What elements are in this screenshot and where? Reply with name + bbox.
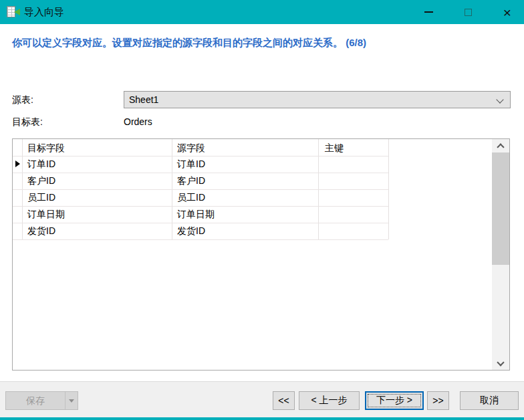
source-table-select[interactable]: Sheet1 (124, 91, 511, 108)
close-button[interactable]: × (491, 0, 524, 24)
table-row[interactable]: 订单ID 订单ID (13, 156, 388, 173)
source-table-value: Sheet1 (129, 94, 158, 105)
target-field-cell[interactable]: 发货ID (27, 223, 55, 239)
column-header-primary-key: 主键 (325, 139, 344, 156)
import-wizard-dialog: 导入向导 × 你可以定义字段对应。设置对应指定的源字段和目的字段之间的对应关系。… (0, 0, 524, 420)
grid-column-line (388, 139, 389, 239)
source-field-cell[interactable]: 订单ID (177, 156, 205, 173)
step-indicator: (6/8) (346, 37, 366, 48)
window-bottom-border (0, 417, 524, 420)
next-step-button[interactable]: 下一步 > (365, 391, 424, 410)
column-header-target-field: 目标字段 (27, 139, 65, 156)
source-field-cell[interactable]: 员工ID (177, 189, 205, 206)
target-field-cell[interactable]: 订单ID (27, 156, 55, 173)
grid-row-line (13, 239, 388, 240)
wizard-instruction: 你可以定义字段对应。设置对应指定的源字段和目的字段之间的对应关系。 (6/8) (12, 36, 510, 49)
previous-step-button[interactable]: < 上一步 (299, 391, 360, 410)
split-divider (65, 392, 66, 409)
minimize-icon (424, 11, 433, 13)
column-header-source-field: 源字段 (177, 139, 205, 156)
target-field-cell[interactable]: 员工ID (27, 189, 55, 206)
target-field-cell[interactable]: 订单日期 (27, 206, 65, 223)
maximize-icon (465, 9, 472, 16)
maximize-button[interactable] (451, 0, 485, 24)
chevron-up-icon (497, 143, 504, 150)
minimize-button[interactable] (412, 0, 445, 24)
table-row[interactable]: 客户ID 客户ID (13, 173, 388, 189)
last-step-button[interactable]: >> (427, 391, 449, 410)
table-row[interactable]: 发货ID 发货ID (13, 223, 388, 239)
title-bar: 导入向导 × (0, 0, 524, 24)
vertical-scrollbar[interactable] (492, 139, 509, 370)
window-title: 导入向导 (24, 0, 64, 24)
scrollbar-thumb[interactable] (492, 152, 509, 265)
source-field-cell[interactable]: 客户ID (177, 173, 205, 189)
source-field-cell[interactable]: 订单日期 (177, 206, 215, 223)
import-spreadsheet-icon (7, 6, 20, 18)
instruction-text: 你可以定义字段对应。设置对应指定的源字段和目的字段之间的对应关系。 (12, 37, 343, 48)
first-step-button[interactable]: << (273, 391, 295, 410)
table-row[interactable]: 员工ID 员工ID (13, 189, 388, 206)
table-row[interactable]: 订单日期 订单日期 (13, 206, 388, 223)
scrollbar-up-button[interactable] (492, 139, 509, 151)
save-split-button[interactable]: 保存 (5, 391, 78, 410)
chevron-down-icon (496, 96, 503, 103)
scrollbar-down-button[interactable] (492, 358, 509, 370)
save-button[interactable]: 保存 (6, 392, 65, 409)
field-mapping-grid: 目标字段 源字段 主键 订单ID 订单ID 客户ID 客户ID 员工ID 员工I… (12, 138, 510, 371)
target-table-label: 目标表: (12, 116, 43, 128)
chevron-down-icon (497, 358, 504, 366)
footer-bar: 保存 << < 上一步 下一步 > >> 取消 (0, 381, 524, 417)
cancel-button[interactable]: 取消 (460, 391, 519, 410)
close-icon: × (503, 5, 511, 19)
source-field-cell[interactable]: 发货ID (177, 223, 205, 239)
caret-down-icon (69, 399, 74, 403)
target-field-cell[interactable]: 客户ID (27, 173, 55, 189)
source-table-label: 源表: (12, 94, 33, 106)
target-table-value: Orders (124, 116, 152, 127)
